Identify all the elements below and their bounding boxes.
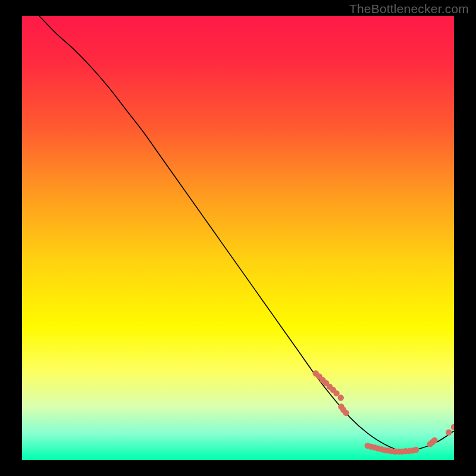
watermark-text: TheBottlenecker.com	[349, 2, 469, 16]
data-point	[338, 394, 344, 400]
data-point	[431, 437, 437, 443]
chart-svg	[22, 16, 454, 460]
plot-area	[22, 16, 454, 460]
data-point	[413, 447, 419, 453]
gradient-background	[22, 16, 454, 460]
data-point	[343, 410, 349, 416]
data-point	[446, 430, 452, 436]
chart-stage: TheBottlenecker.com	[0, 0, 476, 476]
data-point	[333, 390, 339, 396]
